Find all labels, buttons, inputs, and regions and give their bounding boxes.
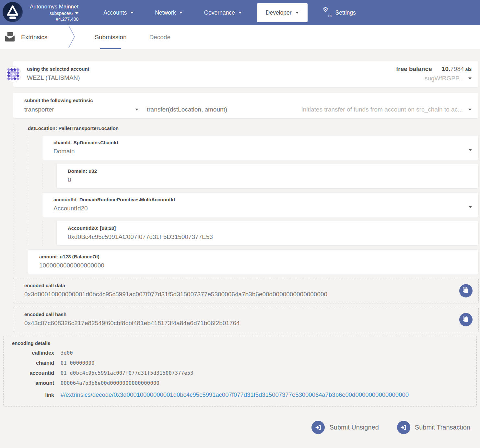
settings-gear-icon: ⚙⚙	[323, 8, 332, 17]
chain-name: Autonomys Mainnet	[30, 3, 78, 10]
chain-id-select[interactable]: Domain	[53, 148, 472, 155]
selected-account: using the selected account WEZL (TALISMA…	[27, 66, 89, 81]
encoding-row-accountid: accountid 01 d0bc4c95c5991ac007f077d31f5…	[12, 370, 470, 376]
account-id-select[interactable]: AccountId20	[53, 205, 472, 212]
copy-call-hash-button[interactable]	[459, 313, 473, 326]
chevron-down-icon	[75, 12, 78, 14]
account-id-select-card: accountId: DomainRuntimePrimitivesMultiA…	[42, 192, 479, 217]
extrinsic-selects-row: transporter transfer(dstLocation, amount…	[24, 106, 472, 113]
chevron-down-icon	[469, 206, 472, 208]
account-id-children: AccountId20: [u8;20] 0xd0Bc4c95c5991AC00…	[42, 221, 479, 246]
encoded-call-data-value: 0x3d00010000000001d0bc4c95c5991ac007f077…	[24, 291, 472, 298]
account-selector-card: using the selected account WEZL (TALISMA…	[13, 61, 478, 88]
encoded-call-hash-label: encoded call hash	[24, 312, 472, 317]
domain-input[interactable]: 0	[68, 176, 472, 183]
method-description: Initiates transfer of funds from account…	[301, 106, 463, 113]
nav-item-label: Developer	[266, 9, 292, 16]
account-address-dropdown[interactable]: sugWfRGPP...	[425, 75, 472, 82]
amount-input[interactable]: 1000000000000000000	[39, 262, 472, 269]
dst-location-children: chainId: SpDomainsChainId Domain Domain:…	[28, 135, 479, 246]
encoded-call-data-label: encoded call data	[24, 283, 472, 288]
account-id20-label: AccountId20: [u8;20]	[68, 225, 472, 231]
submit-actions: Submit Unsigned Submit Transaction	[0, 421, 470, 434]
account-identicon[interactable]	[5, 66, 21, 82]
encoding-row-amount: amount 000064a7b3b6e00d0000000000000000	[12, 380, 470, 386]
breadcrumb-chevron-icon	[67, 25, 76, 50]
params-tree: dstLocation: PalletTransporterLocation c…	[14, 124, 479, 274]
sign-in-arrow-icon	[397, 421, 410, 434]
account-name: WEZL (TALISMAN)	[27, 74, 89, 81]
nav-item-label: Settings	[335, 9, 356, 16]
pallet-select[interactable]: transporter	[24, 106, 138, 113]
extrinsics-envelope-icon	[4, 31, 16, 44]
encoding-row-value: 01 d0bc4c95c5991ac007f077d31f5d315007377…	[61, 370, 193, 376]
method-select-value: transfer(dstLocation, amount)	[147, 106, 227, 113]
page-subheader: Extrinsics Submission Decode	[0, 25, 480, 49]
encoding-row-label: chainid	[12, 360, 54, 366]
tab-submission[interactable]: Submission	[95, 25, 126, 49]
page-title: Extrinsics	[21, 34, 47, 41]
amount-input-card: amount: u128 (BalanceOf) 100000000000000…	[28, 249, 479, 274]
chevron-down-icon	[468, 77, 472, 79]
account-id20-input[interactable]: 0xd0Bc4c95c5991AC007f077d31F5D315007377E…	[68, 233, 472, 241]
free-balance-value: 10.7984ai3	[442, 65, 472, 73]
account-address-short: sugWfRGPP...	[425, 75, 464, 82]
chevron-down-icon	[130, 12, 134, 14]
encoded-call-data-box: encoded call data 0x3d00010000000001d0bc…	[13, 278, 479, 303]
method-select[interactable]: transfer(dstLocation, amount) Initiates …	[147, 106, 472, 113]
nav-item-accounts[interactable]: Accounts	[93, 0, 144, 25]
encoded-call-hash-value: 0x43c07c608326c217e82549f60cbf8cbf481eb4…	[24, 320, 472, 327]
chevron-down-icon	[179, 12, 182, 14]
encoding-row-value: 3d00	[61, 350, 73, 356]
account-id-label: accountId: DomainRuntimePrimitivesMultiA…	[53, 197, 472, 202]
submit-transaction-button[interactable]: Submit Transaction	[397, 421, 470, 434]
encoding-row-value: 000064a7b3b6e00d0000000000000000	[61, 380, 159, 386]
free-balance-label: free balance	[396, 65, 432, 73]
tab-decode[interactable]: Decode	[149, 25, 171, 49]
chevron-down-icon	[239, 12, 242, 14]
chain-info: Autonomys Mainnet subspace/6 #4,277,400	[30, 3, 78, 22]
dst-location-label: dstLocation: PalletTransporterLocation	[28, 124, 479, 135]
encoding-row-label: callindex	[12, 350, 54, 356]
amount-label: amount: u128 (BalanceOf)	[39, 254, 472, 259]
encoding-row-value: 01 00000000	[61, 360, 95, 366]
account-id20-input-card: AccountId20: [u8;20] 0xd0Bc4c95c5991AC00…	[56, 221, 479, 246]
submit-unsigned-label: Submit Unsigned	[329, 424, 379, 431]
nav-menu: Accounts Network Governance Developer ⚙⚙…	[93, 0, 367, 25]
runtime-label: subspace/6	[50, 10, 73, 16]
domain-label: Domain: u32	[68, 168, 472, 174]
runtime-selector[interactable]: subspace/6	[30, 10, 78, 16]
encoding-row-label: amount	[12, 380, 54, 386]
nav-item-governance[interactable]: Governance	[193, 0, 252, 25]
encoding-row-link: link #/extrinsics/decode/0x3d00010000000…	[12, 391, 470, 398]
nav-item-label: Accounts	[103, 9, 127, 16]
encoding-row-label: link	[12, 392, 54, 398]
copy-icon	[463, 287, 469, 295]
pallet-select-value: transporter	[24, 106, 54, 113]
decode-link[interactable]: #/extrinsics/decode/0x3d00010000000001d0…	[61, 391, 409, 398]
extrinsic-select-card: submit the following extrinsic transport…	[13, 93, 478, 119]
copy-call-data-button[interactable]	[459, 284, 473, 297]
block-number: #4,277,400	[30, 16, 78, 22]
encoding-row-callindex: callindex 3d00	[12, 350, 470, 356]
account-label: using the selected account	[27, 66, 89, 72]
nav-item-network[interactable]: Network	[144, 0, 193, 25]
nav-item-settings[interactable]: ⚙⚙ Settings	[312, 0, 367, 25]
encoding-row-label: accountid	[12, 370, 54, 376]
nav-item-developer[interactable]: Developer	[257, 3, 308, 22]
encoding-details-title: encoding details	[12, 340, 470, 346]
encoding-row-chainid: chainid 01 00000000	[12, 360, 470, 366]
chevron-down-icon	[135, 109, 138, 111]
autonomys-logo-icon	[3, 2, 23, 23]
account-balance-block: free balance 10.7984ai3 sugWfRGPP...	[396, 65, 472, 82]
extrinsic-label: submit the following extrinsic	[24, 98, 472, 103]
chain-id-children: Domain: u32 0	[42, 164, 479, 189]
free-balance-row: free balance 10.7984ai3	[396, 65, 472, 73]
chain-id-select-card: chainId: SpDomainsChainId Domain	[42, 135, 479, 160]
domain-input-card: Domain: u32 0	[56, 164, 479, 189]
nav-item-label: Network	[155, 9, 176, 16]
tab-bar: Submission Decode	[95, 25, 170, 49]
submit-unsigned-button[interactable]: Submit Unsigned	[311, 421, 379, 434]
chevron-down-icon	[468, 109, 472, 111]
encoded-call-hash-box: encoded call hash 0x43c07c608326c217e825…	[13, 307, 479, 332]
